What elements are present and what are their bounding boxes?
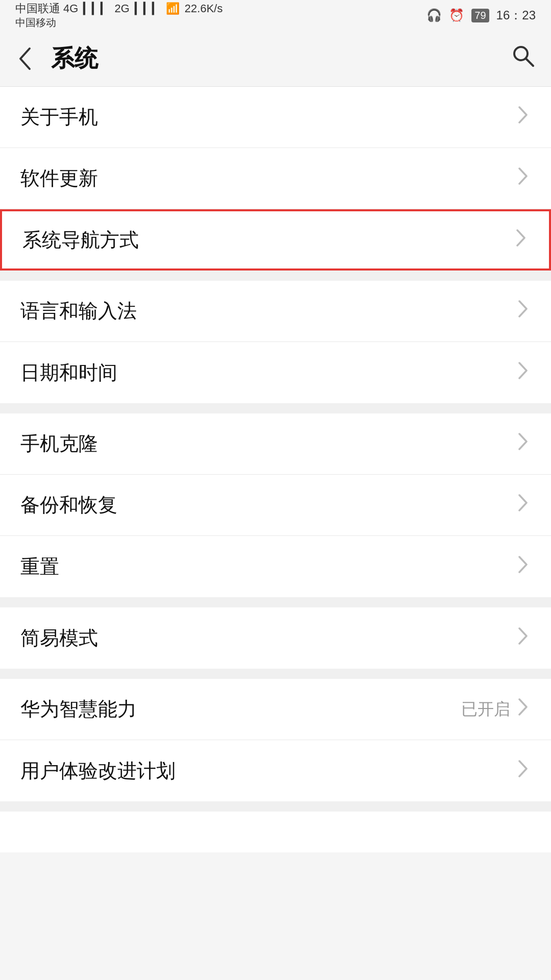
settings-item-label-huawei-ai: 华为智慧能力 <box>20 696 137 722</box>
status-bar: 中国联通 4G ▎▎▎ 2G ▎▎▎ 📶 22.6K/s 中国移动 🎧 ⏰ 79… <box>0 0 551 31</box>
settings-item-label-backup-restore: 备份和恢复 <box>20 492 117 518</box>
settings-item-right-simple-mode <box>515 626 531 651</box>
settings-item-navigation-mode[interactable]: 系统导航方式 <box>0 209 551 271</box>
settings-item-user-experience[interactable]: 用户体验改进计划 <box>0 740 551 801</box>
signal-bars-2: ▎▎▎ <box>135 2 161 16</box>
settings-item-label-reset: 重置 <box>20 554 59 580</box>
settings-item-right-software-update <box>515 166 531 191</box>
toolbar: 系统 <box>0 31 551 87</box>
network-type: 2G <box>114 2 129 16</box>
settings-item-simple-mode[interactable]: 简易模式 <box>0 607 551 669</box>
settings-item-label-software-update: 软件更新 <box>20 165 98 191</box>
settings-item-right-language-input <box>515 299 531 324</box>
settings-item-label-simple-mode: 简易模式 <box>20 625 98 651</box>
signal-bars-1: ▎▎▎ <box>83 2 109 16</box>
settings-item-backup-restore[interactable]: 备份和恢复 <box>0 475 551 536</box>
settings-item-right-reset <box>515 554 531 579</box>
chevron-right-icon <box>515 758 531 783</box>
section-0: 关于手机软件更新系统导航方式 <box>0 87 551 271</box>
section-divider-1 <box>0 271 551 281</box>
chevron-right-icon <box>515 626 531 651</box>
battery-percent: 79 <box>474 10 486 21</box>
chevron-right-icon <box>515 493 531 518</box>
settings-item-label-navigation-mode: 系统导航方式 <box>22 227 139 253</box>
carrier-info: 中国联通 4G ▎▎▎ 2G ▎▎▎ 📶 22.6K/s 中国移动 <box>15 2 222 30</box>
settings-item-reset[interactable]: 重置 <box>0 536 551 597</box>
section-divider-3 <box>0 597 551 607</box>
settings-item-language-input[interactable]: 语言和输入法 <box>0 281 551 342</box>
settings-item-label-about-phone: 关于手机 <box>20 104 98 130</box>
settings-item-label-user-experience: 用户体验改进计划 <box>20 758 176 784</box>
settings-item-label-phone-clone: 手机克隆 <box>20 431 98 457</box>
wifi-icon: 📶 <box>166 2 180 16</box>
headphone-icon: 🎧 <box>427 8 442 22</box>
back-button[interactable] <box>15 46 36 71</box>
status-right: 🎧 ⏰ 79 16：23 <box>427 7 536 23</box>
section-divider-4 <box>0 669 551 679</box>
settings-item-right-backup-restore <box>515 493 531 518</box>
chevron-right-icon <box>515 166 531 191</box>
settings-item-right-date-time <box>515 360 531 385</box>
battery-indicator: 79 <box>471 9 489 22</box>
speed-label: 22.6K/s <box>185 2 223 16</box>
section-divider-2 <box>0 403 551 413</box>
settings-item-date-time[interactable]: 日期和时间 <box>0 342 551 403</box>
settings-sections: 关于手机软件更新系统导航方式语言和输入法日期和时间手机克隆备份和恢复重置简易模式… <box>0 87 551 852</box>
chevron-right-icon <box>515 431 531 456</box>
section-partial <box>0 812 551 852</box>
chevron-right-icon <box>513 228 529 253</box>
section-3: 简易模式 <box>0 607 551 669</box>
carrier2-label: 中国移动 <box>15 16 222 29</box>
chevron-right-icon <box>515 554 531 579</box>
section-1: 语言和输入法日期和时间 <box>0 281 551 403</box>
settings-item-huawei-ai[interactable]: 华为智慧能力已开启 <box>0 679 551 740</box>
settings-item-about-phone[interactable]: 关于手机 <box>0 87 551 148</box>
settings-item-right-about-phone <box>515 105 531 130</box>
settings-item-label-language-input: 语言和输入法 <box>20 298 137 324</box>
chevron-right-icon <box>515 697 531 722</box>
svg-line-1 <box>526 59 533 66</box>
carrier1-label: 中国联通 4G <box>15 2 78 16</box>
chevron-right-icon <box>515 360 531 385</box>
search-button[interactable] <box>510 43 536 74</box>
chevron-right-icon <box>515 299 531 324</box>
settings-item-status-huawei-ai: 已开启 <box>461 698 510 721</box>
time-display: 16：23 <box>496 7 536 23</box>
carrier-top: 中国联通 4G ▎▎▎ 2G ▎▎▎ 📶 22.6K/s <box>15 2 222 16</box>
settings-item-partial[interactable] <box>0 812 551 852</box>
section-4: 华为智慧能力已开启用户体验改进计划 <box>0 679 551 801</box>
settings-item-right-phone-clone <box>515 431 531 456</box>
settings-item-phone-clone[interactable]: 手机克隆 <box>0 413 551 475</box>
settings-item-software-update[interactable]: 软件更新 <box>0 148 551 209</box>
chevron-right-icon <box>515 105 531 130</box>
bottom-divider <box>0 801 551 812</box>
page-title: 系统 <box>51 43 510 75</box>
alarm-icon: ⏰ <box>449 8 464 22</box>
settings-item-right-huawei-ai: 已开启 <box>461 697 531 722</box>
settings-item-right-navigation-mode <box>513 228 529 253</box>
settings-item-right-user-experience <box>515 758 531 783</box>
section-2: 手机克隆备份和恢复重置 <box>0 413 551 597</box>
settings-item-label-date-time: 日期和时间 <box>20 360 117 386</box>
